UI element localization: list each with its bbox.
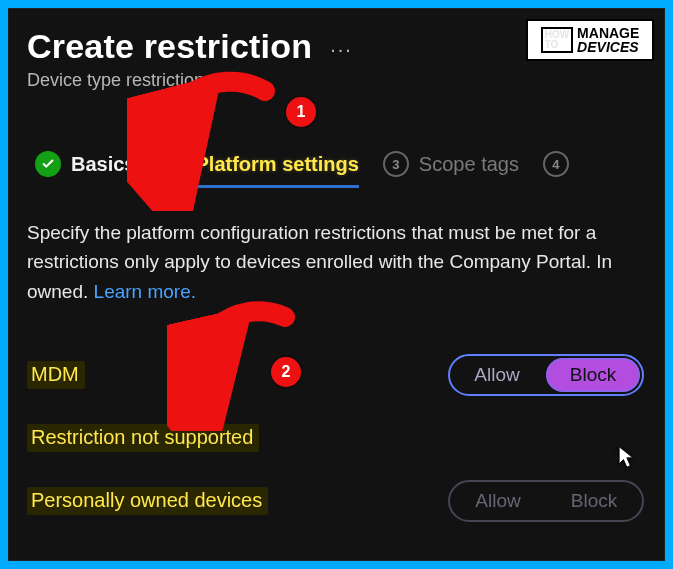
toggle-option-block: Block xyxy=(546,482,642,520)
watermark-logo: HOW TO MANAGE DEVICES xyxy=(526,19,654,61)
logo-howto: HOW TO xyxy=(541,27,573,53)
page-subtitle: Device type restriction xyxy=(27,70,646,91)
wizard-steps: Basics 2 Platform settings 3 Scope tags … xyxy=(27,151,646,186)
more-options-button[interactable]: ··· xyxy=(330,32,353,61)
step-number-icon: 4 xyxy=(543,151,569,177)
description-line-1: Specify the platform configuration restr… xyxy=(27,222,596,243)
step-platform-settings[interactable]: 2 Platform settings xyxy=(160,151,359,188)
step-scope-tags[interactable]: 3 Scope tags xyxy=(383,151,519,185)
settings-list: MDM Allow Block Restriction not supporte… xyxy=(27,354,646,522)
app-frame: HOW TO MANAGE DEVICES Create restriction… xyxy=(8,8,665,561)
toggle-personally-owned: Allow Block xyxy=(448,480,644,522)
description-line-3: owned. xyxy=(27,281,88,302)
setting-row-personally-owned: Personally owned devices Allow Block xyxy=(27,480,646,522)
page-title: Create restriction xyxy=(27,27,312,66)
step-label: Platform settings xyxy=(196,153,359,176)
step-four[interactable]: 4 xyxy=(543,151,569,185)
description-line-2: restrictions only apply to devices enrol… xyxy=(27,251,612,272)
toggle-option-allow[interactable]: Allow xyxy=(450,356,544,394)
setting-label: Personally owned devices xyxy=(27,487,268,515)
step-label: Basics xyxy=(71,153,136,176)
setting-row-mdm: MDM Allow Block xyxy=(27,354,646,396)
logo-manage: MANAGE xyxy=(577,26,639,40)
toggle-option-allow: Allow xyxy=(450,482,546,520)
setting-row-restriction-not-supported: Restriction not supported xyxy=(27,424,646,452)
toggle-mdm[interactable]: Allow Block xyxy=(448,354,644,396)
logo-devices: DEVICES xyxy=(577,40,638,54)
learn-more-link[interactable]: Learn more. xyxy=(94,281,196,302)
step-basics[interactable]: Basics xyxy=(35,151,136,185)
checkmark-icon xyxy=(35,151,61,177)
step-number-icon: 2 xyxy=(160,151,186,177)
setting-label: Restriction not supported xyxy=(27,424,259,452)
toggle-option-block[interactable]: Block xyxy=(546,358,640,392)
logo-to: TO xyxy=(545,40,569,50)
description-block: Specify the platform configuration restr… xyxy=(27,218,646,306)
annotation-badge-1: 1 xyxy=(286,97,316,127)
annotation-arrow-1 xyxy=(127,71,287,211)
step-label: Scope tags xyxy=(419,153,519,176)
step-number-icon: 3 xyxy=(383,151,409,177)
setting-label: MDM xyxy=(27,361,85,389)
